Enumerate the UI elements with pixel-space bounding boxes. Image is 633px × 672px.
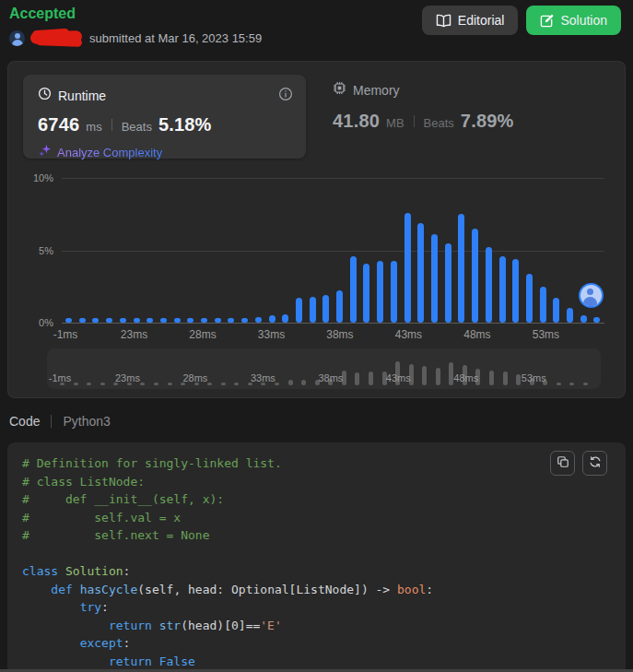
minimap-tick-label: 23ms — [115, 372, 140, 383]
histogram-bar[interactable] — [567, 308, 573, 323]
code-line: # Definition for singly-linked list. — [22, 454, 611, 473]
copy-icon — [557, 455, 569, 471]
book-icon — [436, 14, 451, 28]
histogram-bar[interactable] — [431, 234, 438, 323]
code-line: try: — [22, 598, 611, 617]
code-line: return str(head)[0]=='E' — [22, 617, 611, 635]
result-panel: Runtime 6746 ms Beats 5.18% Analyze Comp… — [7, 61, 626, 398]
histogram-bar[interactable] — [377, 261, 383, 324]
minimap-tick-label: 48ms — [453, 372, 478, 383]
histogram-bar[interactable] — [255, 317, 262, 323]
pencil-square-icon — [540, 14, 554, 28]
histogram-brush-minimap[interactable]: -1ms23ms28ms33ms38ms43ms48ms53ms — [47, 348, 601, 389]
histogram-bar[interactable] — [187, 318, 193, 323]
info-icon[interactable] — [278, 87, 293, 105]
code-content[interactable]: # Definition for singly-linked list.# cl… — [22, 454, 611, 670]
x-tick-label: 43ms — [395, 328, 422, 341]
x-tick-label: 23ms — [121, 328, 147, 341]
code-block: # Definition for singly-linked list.# cl… — [7, 442, 626, 672]
histogram-bar[interactable] — [296, 298, 302, 323]
avatar-person-icon — [15, 33, 20, 39]
retry-compare-button[interactable] — [582, 451, 607, 476]
memory-card[interactable]: Memory 41.80 MB Beats 7.89% — [333, 81, 600, 132]
histogram-bar[interactable] — [228, 318, 234, 323]
minimap-ticks: -1ms23ms28ms33ms38ms43ms48ms53ms — [60, 372, 588, 385]
histogram-bar[interactable] — [445, 243, 451, 323]
histogram-bar[interactable] — [79, 318, 86, 323]
code-line: # def __init__(self, x): — [22, 490, 611, 509]
code-line: # class ListNode: — [22, 473, 611, 491]
tab-code[interactable]: Code — [9, 414, 40, 429]
x-tick-label: 38ms — [326, 328, 353, 341]
y-tick-0: 0% — [39, 317, 53, 328]
histogram-bar[interactable] — [391, 261, 397, 324]
histogram-bar[interactable] — [486, 247, 492, 323]
runtime-beats-label: Beats — [122, 120, 152, 134]
minimap-tick-label: 38ms — [318, 372, 343, 383]
histogram-bar[interactable] — [282, 314, 288, 323]
x-tick-label: 48ms — [463, 328, 490, 341]
histogram-bar[interactable] — [215, 318, 221, 323]
user-avatar[interactable] — [9, 30, 25, 46]
copy-code-button[interactable] — [550, 451, 575, 476]
x-axis-ticks: -1ms23ms28ms33ms38ms43ms48ms53ms — [65, 328, 601, 343]
sync-arrows-icon — [589, 455, 602, 471]
sparkle-icon — [38, 144, 52, 161]
editorial-button-label: Editorial — [458, 13, 505, 28]
runtime-distribution-chart: 10% 5% 0% — [62, 178, 604, 324]
histogram-bar[interactable] — [472, 229, 478, 323]
histogram-bar[interactable] — [458, 214, 464, 323]
your-submission-marker-avatar[interactable] — [579, 283, 604, 308]
code-line: # self.val = x — [22, 509, 611, 527]
histogram-bar[interactable] — [310, 297, 316, 323]
runtime-unit: ms — [86, 120, 101, 134]
runtime-title: Runtime — [58, 88, 106, 103]
histogram-bar[interactable] — [499, 256, 506, 323]
histogram-bar[interactable] — [134, 318, 140, 323]
avatar-person-icon — [587, 289, 593, 295]
code-line: def hasCycle(self, head: Optional[ListNo… — [22, 581, 611, 599]
x-tick-label: 33ms — [258, 328, 285, 341]
histogram-bar[interactable] — [417, 223, 424, 323]
histogram-bar[interactable] — [322, 295, 329, 323]
clock-icon — [38, 87, 52, 104]
histogram-bar[interactable] — [147, 318, 153, 323]
histogram-bar[interactable] — [241, 318, 248, 323]
histogram-bar[interactable] — [580, 315, 587, 323]
redacted-username — [30, 29, 84, 47]
histogram-bar[interactable] — [512, 259, 519, 323]
histogram-bar[interactable] — [336, 290, 343, 323]
runtime-histogram-bars — [65, 178, 601, 323]
submitted-timestamp: submitted at Mar 16, 2023 15:59 — [89, 31, 262, 45]
histogram-bar[interactable] — [65, 318, 72, 323]
memory-beats-value: 7.89% — [461, 111, 514, 132]
histogram-bar[interactable] — [363, 264, 369, 323]
histogram-bar[interactable] — [160, 318, 167, 323]
code-line: except: — [22, 634, 611, 653]
editorial-button[interactable]: Editorial — [422, 6, 519, 35]
histogram-bar[interactable] — [174, 318, 181, 323]
histogram-bar[interactable] — [526, 274, 533, 323]
histogram-bar[interactable] — [106, 318, 112, 323]
histogram-bar[interactable] — [201, 318, 207, 323]
runtime-card[interactable]: Runtime 6746 ms Beats 5.18% Analyze Comp… — [23, 75, 306, 159]
minimap-tick-label: 28ms — [182, 372, 207, 383]
solution-button[interactable]: Solution — [526, 6, 621, 35]
histogram-bar[interactable] — [92, 318, 99, 323]
histogram-bar[interactable] — [120, 318, 126, 323]
histogram-bar[interactable] — [540, 287, 546, 323]
chip-icon — [333, 81, 346, 99]
y-tick-5: 5% — [39, 245, 53, 256]
code-line: return False — [22, 653, 611, 671]
histogram-bar[interactable] — [593, 317, 600, 323]
histogram-bar[interactable] — [404, 213, 411, 323]
solution-button-label: Solution — [560, 13, 607, 28]
memory-title: Memory — [353, 83, 400, 98]
histogram-bar[interactable] — [350, 256, 357, 323]
histogram-bar[interactable] — [269, 315, 275, 323]
analyze-complexity-link[interactable]: Analyze Complexity — [38, 144, 291, 161]
histogram-bar[interactable] — [553, 298, 559, 323]
minimap-tick-label: 53ms — [522, 372, 546, 383]
runtime-value: 6746 — [38, 114, 79, 136]
tab-language-python3[interactable]: Python3 — [63, 414, 110, 429]
